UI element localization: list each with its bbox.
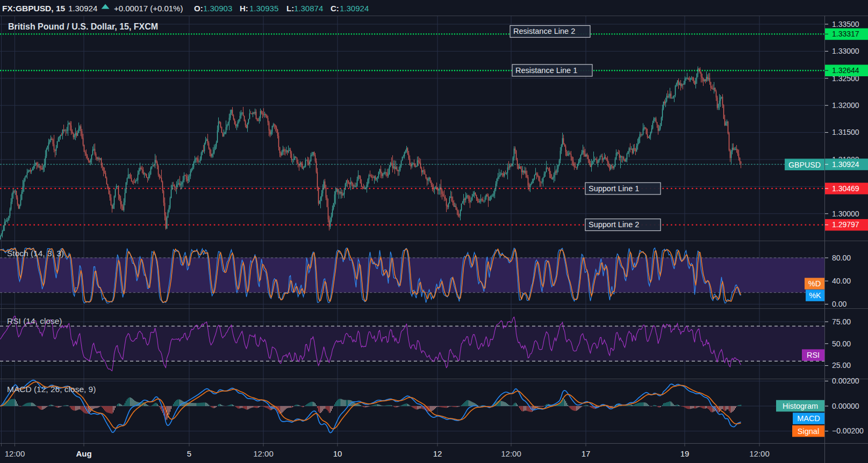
svg-text:75.00: 75.00	[832, 317, 851, 326]
svg-text:1.33500: 1.33500	[832, 20, 859, 28]
svg-text:RSI: RSI	[807, 351, 820, 359]
svg-text:%K: %K	[809, 291, 821, 300]
svg-text:80.00: 80.00	[832, 254, 851, 262]
svg-text:12:00: 12:00	[501, 449, 521, 458]
svg-text:0.00: 0.00	[832, 300, 847, 308]
svg-text:Resistance Line 2: Resistance Line 2	[513, 27, 575, 35]
svg-text:1.30935: 1.30935	[249, 4, 278, 13]
svg-text:1.33317: 1.33317	[832, 30, 859, 38]
svg-text:0.00200: 0.00200	[832, 377, 859, 385]
svg-text:FX:GBPUSD, 15: FX:GBPUSD, 15	[2, 4, 66, 13]
svg-text:1.30874: 1.30874	[294, 4, 323, 13]
svg-text:1.29797: 1.29797	[832, 220, 859, 229]
svg-text:17: 17	[582, 449, 591, 458]
svg-text:40.00: 40.00	[832, 277, 851, 285]
svg-text:RSI (14, close): RSI (14, close)	[7, 316, 62, 325]
svg-text:Stoch (14, 3, 3): Stoch (14, 3, 3)	[7, 249, 64, 258]
svg-text:1.30000: 1.30000	[832, 209, 859, 218]
svg-text:−0.00200: −0.00200	[832, 426, 864, 435]
svg-text:1.32000: 1.32000	[832, 101, 859, 110]
svg-text:1.33000: 1.33000	[832, 47, 859, 55]
svg-text:MACD (12, 26, close, 9): MACD (12, 26, close, 9)	[7, 385, 96, 394]
svg-text:50.00: 50.00	[832, 339, 851, 348]
svg-text:L:: L:	[286, 4, 294, 13]
svg-text:1.30924: 1.30924	[832, 160, 859, 169]
svg-text:Aug: Aug	[76, 449, 91, 458]
svg-text:Support Line 2: Support Line 2	[589, 220, 639, 229]
svg-text:1.31500: 1.31500	[832, 128, 859, 136]
svg-text:British Pound / U.S. Dollar, 1: British Pound / U.S. Dollar, 15, FXCM	[8, 22, 158, 31]
svg-text:Resistance Line 1: Resistance Line 1	[515, 66, 577, 75]
svg-text:%D: %D	[808, 279, 821, 288]
svg-text:+0.00017 (+0.01%): +0.00017 (+0.01%)	[114, 4, 183, 13]
svg-text:0.00000: 0.00000	[832, 402, 859, 410]
svg-text:H:: H:	[240, 4, 248, 13]
svg-text:12:00: 12:00	[253, 449, 274, 458]
svg-text:12:00: 12:00	[749, 449, 770, 458]
svg-text:12: 12	[433, 449, 442, 458]
svg-text:10: 10	[333, 449, 342, 458]
svg-text:1.30903: 1.30903	[203, 4, 232, 13]
svg-text:Support Line 1: Support Line 1	[589, 184, 639, 193]
svg-text:25.00: 25.00	[832, 361, 851, 370]
svg-text:Histogram: Histogram	[783, 402, 818, 410]
svg-text:MACD: MACD	[797, 414, 820, 423]
svg-text:1.32644: 1.32644	[832, 66, 859, 75]
svg-text:GBPUSD: GBPUSD	[788, 161, 821, 169]
svg-text:12:00: 12:00	[5, 449, 25, 458]
svg-text:C:: C:	[331, 4, 339, 13]
svg-text:5: 5	[187, 449, 191, 458]
svg-text:1.30924: 1.30924	[68, 4, 97, 13]
svg-text:1.30469: 1.30469	[832, 184, 859, 193]
svg-text:O:: O:	[194, 4, 203, 13]
svg-text:Signal: Signal	[798, 427, 819, 436]
svg-text:19: 19	[680, 449, 690, 458]
svg-text:1.30924: 1.30924	[340, 4, 369, 13]
